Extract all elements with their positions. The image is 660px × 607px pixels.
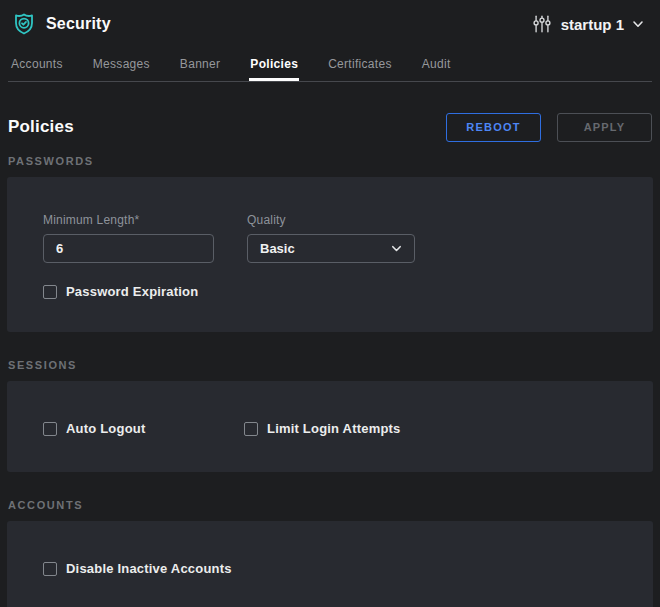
minimum-length-label: Minimum Length* (43, 213, 214, 227)
password-expiration-row: Password Expiration (43, 284, 633, 299)
section-title-sessions: SESSIONS (8, 359, 652, 371)
password-expiration-label: Password Expiration (66, 284, 198, 299)
limit-login-attempts-row: Limit Login Attempts (244, 421, 401, 436)
limit-login-attempts-label: Limit Login Attempts (267, 421, 401, 436)
sessions-panel: Auto Logout Limit Login Attempts (7, 381, 653, 472)
system-name: startup 1 (561, 16, 624, 33)
quality-select[interactable]: Basic (247, 234, 415, 263)
tab-accounts[interactable]: Accounts (10, 48, 64, 81)
quality-field-group: Quality Basic (247, 213, 415, 263)
accounts-panel: Disable Inactive Accounts (7, 521, 653, 607)
tab-certificates[interactable]: Certificates (327, 48, 393, 81)
tab-messages[interactable]: Messages (92, 48, 151, 81)
section-title-accounts: ACCOUNTS (8, 499, 652, 511)
limit-login-attempts-checkbox[interactable] (244, 422, 258, 436)
tab-policies[interactable]: Policies (249, 48, 299, 81)
tab-banner[interactable]: Banner (179, 48, 222, 81)
quality-label: Quality (247, 213, 415, 227)
auto-logout-label: Auto Logout (66, 421, 145, 436)
app-header: Security startup 1 (0, 0, 660, 48)
minimum-length-field-group: Minimum Length* (43, 213, 214, 263)
page-title: Policies (8, 117, 446, 137)
disable-inactive-accounts-label: Disable Inactive Accounts (66, 561, 232, 576)
section-title-passwords: PASSWORDS (8, 155, 652, 167)
sliders-icon (532, 14, 552, 34)
shield-check-icon (12, 12, 36, 36)
system-selector[interactable]: startup 1 (532, 14, 644, 34)
auto-logout-row: Auto Logout (43, 421, 244, 436)
page-app-title: Security (46, 15, 111, 33)
disable-inactive-accounts-checkbox[interactable] (43, 562, 57, 576)
tabbar: Accounts Messages Banner Policies Certif… (8, 48, 652, 82)
reboot-button[interactable]: REBOOT (446, 113, 541, 142)
minimum-length-input[interactable] (43, 234, 214, 263)
auto-logout-checkbox[interactable] (43, 422, 57, 436)
passwords-panel: Minimum Length* Quality Basic Password E… (7, 177, 653, 332)
password-expiration-checkbox[interactable] (43, 285, 57, 299)
sessions-checkbox-columns: Auto Logout Limit Login Attempts (43, 421, 633, 436)
passwords-field-row: Minimum Length* Quality Basic (43, 213, 633, 263)
tab-audit[interactable]: Audit (421, 48, 452, 81)
quality-select-value: Basic (260, 241, 295, 256)
disable-inactive-accounts-row: Disable Inactive Accounts (43, 561, 633, 576)
apply-button: APPLY (557, 113, 652, 142)
page-head: Policies REBOOT APPLY (8, 112, 652, 142)
chevron-down-icon (391, 243, 402, 254)
chevron-down-icon (632, 18, 644, 30)
